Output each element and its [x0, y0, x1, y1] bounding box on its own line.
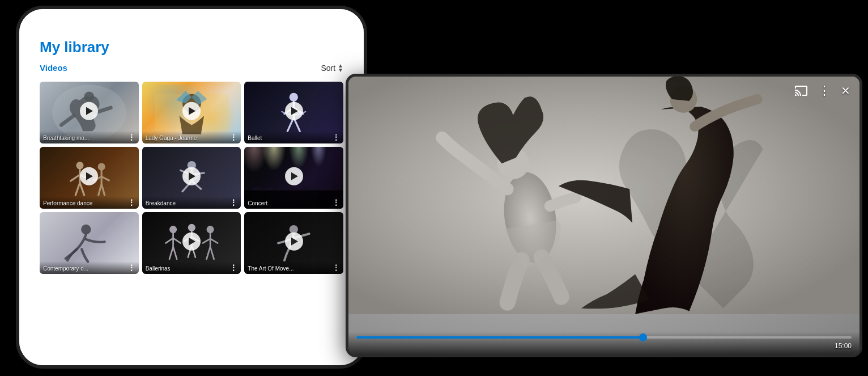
svg-point-16 — [188, 224, 195, 231]
play-button-ballerinas[interactable] — [182, 233, 201, 251]
thumb-more-ballet[interactable]: ⋮ — [332, 133, 340, 141]
svg-point-15 — [169, 226, 177, 233]
thumb-title-performance: Performance dance — [43, 200, 92, 206]
play-button-ballet[interactable] — [285, 102, 303, 120]
play-button-artofmove[interactable] — [285, 233, 303, 251]
video-thumb-contemporary[interactable]: Contemporary d... ⋮ — [40, 212, 139, 274]
thumb-more-breakdance[interactable]: ⋮ — [229, 198, 237, 206]
thumb-more-artofmove[interactable]: ⋮ — [332, 264, 340, 272]
thumb-title-ballerinas: Ballerinas — [146, 265, 171, 272]
player-bottom: 15:00 — [348, 332, 860, 354]
library-title: My library — [40, 39, 343, 56]
video-thumb-breathtaking[interactable]: Breathtaking mo... ⋮ — [40, 82, 139, 143]
player-top-controls: ⋮ ✕ — [794, 83, 850, 98]
more-icon[interactable]: ⋮ — [818, 83, 831, 98]
svg-point-10 — [98, 163, 105, 171]
play-button-breathtaking[interactable] — [80, 102, 98, 120]
video-player[interactable]: ⋮ ✕ 15:00 — [346, 74, 862, 357]
thumb-more-contemporary[interactable]: ⋮ — [127, 264, 135, 272]
thumb-title-artofmove: The Art Of Move... — [248, 265, 293, 272]
svg-point-8 — [290, 93, 298, 102]
phone-device: My library Videos Sort ▲ ▼ — [16, 6, 367, 369]
video-grid: Breathtaking mo... ⋮ — [40, 82, 343, 274]
thumb-title-concert: Concert — [248, 200, 267, 206]
thumb-more-concert[interactable]: ⋮ — [332, 198, 340, 206]
progress-bar[interactable] — [356, 336, 852, 339]
thumb-title-breathtaking: Breathtaking mo... — [43, 135, 89, 141]
video-thumb-ballet[interactable]: Ballet ⋮ — [244, 82, 343, 143]
play-button-performance[interactable] — [80, 167, 98, 185]
sort-label: Sort — [321, 64, 335, 73]
progress-fill — [356, 336, 644, 339]
video-thumb-ballerinas[interactable]: Ballerinas ⋮ — [142, 212, 241, 274]
close-icon[interactable]: ✕ — [841, 84, 850, 98]
sort-button[interactable]: Sort ▲ ▼ — [321, 64, 343, 73]
video-thumb-ladygaga[interactable]: Lady Gaga - Joanne ⋮ — [142, 82, 241, 143]
play-button-ladygaga[interactable] — [182, 102, 201, 120]
thumb-more-ballerinas[interactable]: ⋮ — [229, 264, 237, 272]
thumb-more-ladygaga[interactable]: ⋮ — [229, 133, 237, 141]
play-button-concert[interactable] — [285, 167, 303, 185]
time-label: 15:00 — [356, 342, 852, 350]
svg-point-3 — [84, 91, 94, 101]
svg-point-14 — [81, 225, 91, 234]
svg-point-17 — [206, 226, 214, 233]
videos-label[interactable]: Videos — [40, 63, 67, 73]
thumb-more-performance[interactable]: ⋮ — [127, 198, 135, 206]
thumb-title-breakdance: Breakdance — [146, 200, 176, 206]
play-button-breakdance[interactable] — [182, 167, 201, 185]
library-header: Videos Sort ▲ ▼ — [40, 63, 343, 73]
cast-icon[interactable] — [794, 84, 808, 98]
video-thumb-performance[interactable]: Performance dance ⋮ — [40, 147, 139, 209]
thumb-title-contemporary: Contemporary d... — [43, 265, 88, 272]
thumb-title-ballet: Ballet — [248, 135, 262, 141]
sort-arrows-icon: ▲ ▼ — [338, 64, 343, 73]
video-thumb-concert[interactable]: Concert ⋮ — [244, 147, 343, 209]
video-thumb-breakdance[interactable]: Breakdance ⋮ — [142, 147, 241, 209]
thumb-more-breathtaking[interactable]: ⋮ — [127, 133, 135, 141]
thumb-title-ladygaga: Lady Gaga - Joanne — [146, 135, 197, 141]
progress-dot — [639, 333, 647, 341]
svg-point-9 — [76, 162, 83, 169]
video-thumb-artofmove[interactable]: The Art Of Move... ⋮ — [244, 212, 343, 274]
